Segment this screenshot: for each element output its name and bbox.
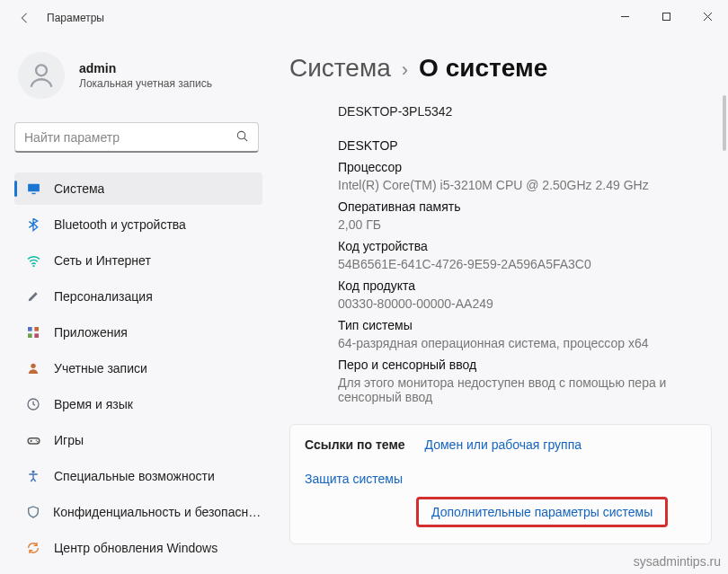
spec-row: Оперативная память2,00 ГБ xyxy=(338,199,712,232)
spec-value: 64-разрядная операционная система, проце… xyxy=(338,336,712,350)
sidebar-item-2[interactable]: Сеть и Интернет xyxy=(14,244,262,277)
spec-row: Код продукта00330-80000-00000-AA249 xyxy=(338,278,712,311)
spec-label: Процессор xyxy=(338,160,712,174)
svg-rect-1 xyxy=(662,13,670,20)
sidebar-item-label: Система xyxy=(54,181,104,196)
spec-value: 2,00 ГБ xyxy=(338,217,712,232)
svg-point-15 xyxy=(35,439,36,440)
sidebar-item-0[interactable]: Система xyxy=(14,172,262,205)
sidebar-item-label: Специальные возможности xyxy=(54,469,215,483)
sidebar-item-6[interactable]: Время и язык xyxy=(14,388,262,420)
spec-row: Тип системы64-разрядная операционная сис… xyxy=(338,318,712,350)
sidebar-item-9[interactable]: Конфиденциальность и безопасность xyxy=(14,496,262,528)
spec-value: Intel(R) Core(TM) i5-3210M CPU @ 2.50GHz… xyxy=(338,178,712,192)
wifi-icon xyxy=(25,252,41,269)
user-name: admin xyxy=(79,61,212,75)
about-info: DESKTOP-3PL5342 DESKTOP ПроцессорIntel(R… xyxy=(289,104,712,404)
search-input[interactable] xyxy=(24,130,235,145)
maximize-button[interactable] xyxy=(645,0,687,32)
sidebar-item-5[interactable]: Учетные записи xyxy=(14,352,262,384)
sidebar-item-10[interactable]: Центр обновления Windows xyxy=(14,532,262,564)
window-title: Параметры xyxy=(47,12,104,24)
access-icon xyxy=(25,468,41,484)
window-controls xyxy=(604,0,728,32)
spec-row: Код устройства54B6561E-641C-4726-9E59-2A… xyxy=(338,239,712,271)
sidebar: admin Локальная учетная запись СистемаBl… xyxy=(0,36,270,574)
watermark: sysadmintips.ru xyxy=(634,554,721,569)
sidebar-item-label: Конфиденциальность и безопасность xyxy=(53,505,262,519)
shield-icon xyxy=(25,504,40,520)
update-icon xyxy=(25,540,41,556)
avatar xyxy=(18,52,65,99)
apps-icon xyxy=(25,324,41,340)
svg-point-7 xyxy=(32,265,34,267)
spec-label: Перо и сенсорный ввод xyxy=(338,358,712,372)
sidebar-item-1[interactable]: Bluetooth и устройства xyxy=(14,208,262,241)
person-icon xyxy=(25,360,41,376)
user-block[interactable]: admin Локальная учетная запись xyxy=(18,52,262,99)
breadcrumb-current: О системе xyxy=(419,54,547,83)
svg-rect-8 xyxy=(28,327,32,331)
svg-rect-11 xyxy=(34,333,39,338)
game-icon xyxy=(25,432,41,448)
chevron-right-icon: › xyxy=(402,58,408,82)
svg-rect-5 xyxy=(28,183,40,191)
brush-icon xyxy=(25,288,41,305)
spec-label: Оперативная память xyxy=(338,199,712,214)
spec-value: Для этого монитора недоступен ввод с пом… xyxy=(338,375,712,404)
sidebar-item-label: Сеть и Интернет xyxy=(54,253,151,268)
sidebar-item-label: Bluetooth и устройства xyxy=(54,217,186,232)
bluetooth-icon xyxy=(25,216,41,233)
spec-row: ПроцессорIntel(R) Core(TM) i5-3210M CPU … xyxy=(338,160,712,192)
link-advanced-system-settings[interactable]: Дополнительные параметры системы xyxy=(431,505,653,519)
spec-value: 00330-80000-00000-AA249 xyxy=(338,296,712,311)
search-icon xyxy=(235,129,249,146)
sidebar-item-4[interactable]: Приложения xyxy=(14,316,262,349)
spec-label: Тип системы xyxy=(338,318,712,332)
sidebar-item-label: Время и язык xyxy=(54,397,133,411)
sidebar-item-label: Персонализация xyxy=(54,289,153,304)
highlight-box: Дополнительные параметры системы xyxy=(416,497,668,527)
device-name: DESKTOP-3PL5342 xyxy=(338,104,712,119)
sidebar-item-label: Центр обновления Windows xyxy=(54,541,218,555)
back-button[interactable] xyxy=(16,10,32,26)
links-card: Ссылки по теме Домен или рабочая группа … xyxy=(289,424,712,544)
link-system-protection[interactable]: Защита системы xyxy=(305,472,403,486)
main-panel: Система › О системе DESKTOP-3PL5342 DESK… xyxy=(270,36,728,574)
sidebar-item-label: Приложения xyxy=(54,325,128,340)
svg-point-3 xyxy=(237,131,244,138)
clock-icon xyxy=(25,396,41,412)
scrollbar-thumb[interactable] xyxy=(723,95,726,151)
spec-label: Код устройства xyxy=(338,239,712,253)
svg-rect-9 xyxy=(34,327,39,331)
display-icon xyxy=(25,181,41,197)
sidebar-item-label: Учетные записи xyxy=(54,361,147,375)
spec-row: Перо и сенсорный вводДля этого монитора … xyxy=(338,358,712,404)
nav-list: СистемаBluetooth и устройстваСеть и Инте… xyxy=(14,172,262,564)
breadcrumb: Система › О системе xyxy=(289,54,712,83)
svg-point-12 xyxy=(31,364,35,368)
search-box[interactable] xyxy=(14,122,259,153)
section-title: DESKTOP xyxy=(338,138,712,153)
sidebar-item-8[interactable]: Специальные возможности xyxy=(14,460,262,492)
sidebar-item-7[interactable]: Игры xyxy=(14,424,262,456)
svg-rect-14 xyxy=(28,437,40,443)
close-button[interactable] xyxy=(687,0,728,32)
user-role: Локальная учетная запись xyxy=(79,77,212,90)
svg-point-2 xyxy=(36,65,47,75)
svg-rect-10 xyxy=(28,333,32,338)
spec-label: Код продукта xyxy=(338,278,712,293)
svg-point-17 xyxy=(32,471,35,473)
svg-point-16 xyxy=(37,440,38,441)
spec-value: 54B6561E-641C-4726-9E59-2A596A5FA3C0 xyxy=(338,257,712,271)
breadcrumb-parent[interactable]: Система xyxy=(289,54,391,83)
sidebar-item-3[interactable]: Персонализация xyxy=(14,280,262,313)
svg-line-4 xyxy=(244,137,247,140)
links-label: Ссылки по теме xyxy=(305,437,405,452)
link-domain-workgroup[interactable]: Домен или рабочая группа xyxy=(425,437,582,452)
minimize-button[interactable] xyxy=(604,0,645,32)
svg-rect-6 xyxy=(31,192,35,193)
sidebar-item-label: Игры xyxy=(54,433,84,447)
